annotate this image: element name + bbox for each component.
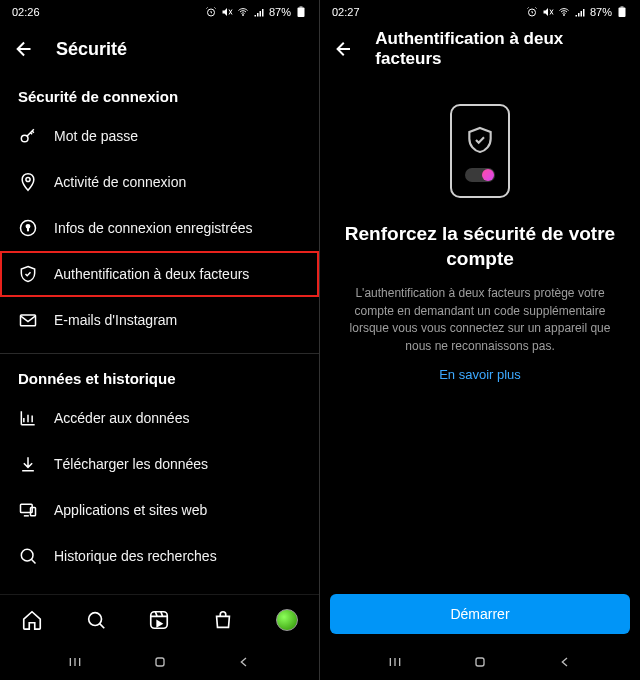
section-data-title: Données et historique <box>0 356 319 395</box>
signal-icon <box>253 6 265 18</box>
page-title: Authentification à deux facteurs <box>375 29 626 69</box>
svg-rect-17 <box>619 8 626 18</box>
tab-search[interactable] <box>82 606 110 634</box>
system-nav <box>320 644 640 680</box>
status-bar: 02:26 87% <box>0 0 319 24</box>
status-time: 02:27 <box>332 6 360 18</box>
svg-point-16 <box>563 15 564 16</box>
shield-check-icon <box>18 264 38 284</box>
screen-header: Sécurité <box>0 24 319 74</box>
row-emails[interactable]: E-mails d'Instagram <box>0 297 319 343</box>
page-title: Sécurité <box>56 39 127 60</box>
alarm-icon <box>526 6 538 18</box>
two-factor-illustration <box>450 104 510 198</box>
learn-more-link[interactable]: En savoir plus <box>320 367 640 382</box>
chart-icon <box>18 408 38 428</box>
wifi-icon <box>237 6 249 18</box>
sys-back[interactable] <box>234 652 254 672</box>
tab-reels[interactable] <box>145 606 173 634</box>
status-bar: 02:27 87% <box>320 0 640 24</box>
svg-rect-19 <box>476 658 484 666</box>
key-icon <box>18 126 38 146</box>
home-icon <box>21 609 43 631</box>
row-label: Historique des recherches <box>54 548 217 564</box>
shop-icon <box>212 609 234 631</box>
row-login-activity[interactable]: Activité de connexion <box>0 159 319 205</box>
hero-title: Renforcez la sécurité de votre compte <box>320 222 640 271</box>
row-two-factor[interactable]: Authentification à deux facteurs <box>0 251 319 297</box>
system-nav <box>0 644 319 680</box>
devices-icon <box>18 500 38 520</box>
back-icon[interactable] <box>14 38 36 60</box>
screen-header: Authentification à deux facteurs <box>320 24 640 74</box>
hero-description: L'authentification à deux facteurs protè… <box>320 285 640 355</box>
svg-rect-3 <box>300 7 303 8</box>
tab-shop[interactable] <box>209 606 237 634</box>
status-time: 02:26 <box>12 6 40 18</box>
svg-rect-8 <box>21 315 36 326</box>
row-label: Applications et sites web <box>54 502 207 518</box>
wifi-icon <box>558 6 570 18</box>
search-icon <box>18 546 38 566</box>
svg-rect-10 <box>31 508 36 516</box>
row-label: Accéder aux données <box>54 410 189 426</box>
battery-text: 87% <box>269 6 291 18</box>
svg-rect-18 <box>621 7 624 8</box>
sys-recent[interactable] <box>385 652 405 672</box>
svg-point-1 <box>242 15 243 16</box>
sys-home[interactable] <box>150 652 170 672</box>
svg-point-5 <box>26 177 30 181</box>
screen-two-factor: 02:27 87% Authentification à deux facteu… <box>320 0 640 680</box>
mute-icon <box>542 6 554 18</box>
download-icon <box>18 454 38 474</box>
row-label: Activité de connexion <box>54 174 186 190</box>
status-right: 87% <box>205 6 307 18</box>
battery-text: 87% <box>590 6 612 18</box>
signal-icon <box>574 6 586 18</box>
battery-icon <box>616 6 628 18</box>
row-download-data[interactable]: Télécharger les données <box>0 441 319 487</box>
location-icon <box>18 172 38 192</box>
row-search-history[interactable]: Historique des recherches <box>0 533 319 579</box>
svg-point-4 <box>21 135 28 142</box>
settings-list: Sécurité de connexion Mot de passe Activ… <box>0 74 319 594</box>
row-label: E-mails d'Instagram <box>54 312 177 328</box>
start-button[interactable]: Démarrer <box>330 594 630 634</box>
row-access-data[interactable]: Accéder aux données <box>0 395 319 441</box>
section-login-title: Sécurité de connexion <box>0 74 319 113</box>
sys-home[interactable] <box>470 652 490 672</box>
mute-icon <box>221 6 233 18</box>
sys-recent[interactable] <box>65 652 85 672</box>
divider <box>0 353 319 354</box>
tab-home[interactable] <box>18 606 46 634</box>
svg-point-7 <box>26 225 29 228</box>
svg-point-12 <box>88 612 101 625</box>
svg-point-11 <box>21 549 33 561</box>
status-right: 87% <box>526 6 628 18</box>
shield-icon <box>464 124 496 156</box>
hero-section: Renforcez la sécurité de votre compte L'… <box>320 74 640 644</box>
avatar-icon <box>276 609 298 631</box>
battery-icon <box>295 6 307 18</box>
bottom-nav <box>0 594 319 644</box>
keyhole-icon <box>18 218 38 238</box>
toggle-icon <box>465 168 495 182</box>
row-password[interactable]: Mot de passe <box>0 113 319 159</box>
reels-icon <box>148 609 170 631</box>
svg-rect-14 <box>156 658 164 666</box>
back-icon[interactable] <box>334 38 355 60</box>
row-saved-login[interactable]: Infos de connexion enregistrées <box>0 205 319 251</box>
sys-back[interactable] <box>555 652 575 672</box>
row-label: Infos de connexion enregistrées <box>54 220 252 236</box>
screen-security: 02:26 87% Sécurité Sécurité de connexion… <box>0 0 320 680</box>
alarm-icon <box>205 6 217 18</box>
row-label: Mot de passe <box>54 128 138 144</box>
svg-rect-2 <box>298 8 305 18</box>
row-apps-websites[interactable]: Applications et sites web <box>0 487 319 533</box>
mail-icon <box>18 310 38 330</box>
row-label: Télécharger les données <box>54 456 208 472</box>
search-icon <box>85 609 107 631</box>
row-label: Authentification à deux facteurs <box>54 266 249 282</box>
tab-profile[interactable] <box>273 606 301 634</box>
